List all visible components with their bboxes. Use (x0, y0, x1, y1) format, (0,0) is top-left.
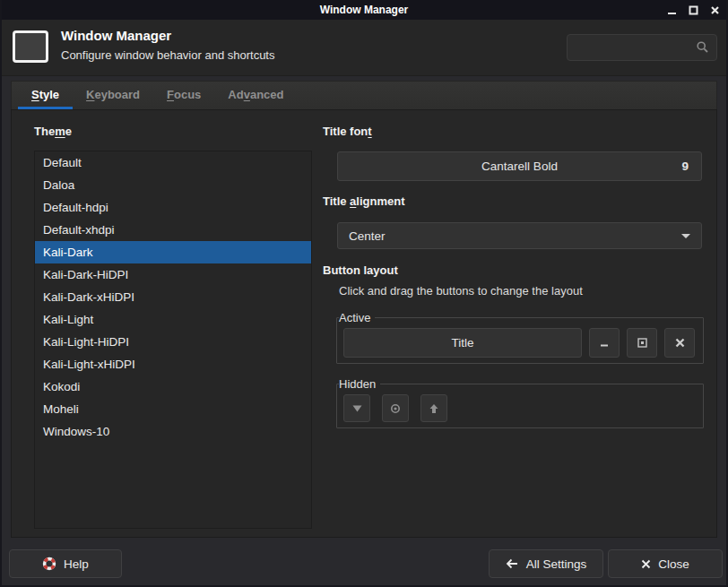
active-buttons-frame: Active Title (336, 311, 704, 364)
layout-stick-button[interactable] (382, 394, 409, 422)
title-font-button[interactable]: Cantarell Bold 9 (337, 151, 702, 181)
close-label: Close (658, 557, 689, 571)
layout-shade-button[interactable] (420, 394, 447, 422)
search-box (567, 34, 717, 61)
theme-list-item[interactable]: Kokodi (35, 376, 311, 398)
theme-list-item[interactable]: Default (35, 151, 311, 174)
theme-list-item[interactable]: Moheli (35, 398, 311, 420)
dialog-action-area: Help All Settings Close (2, 538, 726, 587)
close-button[interactable]: Close (608, 549, 723, 578)
close-x-icon (641, 559, 651, 569)
theme-list[interactable]: DefaultDaloaDefault-hdpiDefault-xhdpiKal… (34, 151, 312, 529)
title-alignment-dropdown[interactable]: Center (337, 222, 702, 249)
layout-title-label: Title (451, 336, 473, 350)
font-name: Cantarell Bold (338, 160, 701, 173)
theme-list-item[interactable]: Kali-Dark-xHiDPI (35, 286, 311, 308)
window-manager-dialog: Window Manager Window Manager Configure … (0, 0, 728, 587)
close-icon[interactable] (709, 4, 721, 16)
hidden-buttons-frame: Hidden (336, 377, 704, 428)
theme-label: Theme (34, 125, 72, 138)
tab-keyboard[interactable]: Keyboard (73, 82, 153, 109)
window-title: Window Manager (0, 0, 728, 20)
font-size: 9 (681, 160, 689, 173)
window-manager-app-icon (13, 30, 48, 63)
active-frame-label: Active (339, 311, 375, 324)
maximize-icon[interactable] (688, 4, 699, 16)
dropdown-value: Center (338, 229, 681, 243)
hidden-buttons-row (337, 391, 703, 429)
theme-list-item[interactable]: Windows-10 (35, 420, 311, 443)
minimize-icon (599, 338, 610, 349)
title-font-label: Title font (323, 125, 372, 138)
tab-style[interactable]: Style (18, 82, 73, 109)
search-input[interactable] (573, 35, 693, 60)
tab-bar: StyleKeyboardFocusAdvanced (11, 81, 717, 109)
theme-list-item[interactable]: Kali-Light-xHiDPI (35, 353, 311, 376)
theme-list-item[interactable]: Daloa (35, 174, 311, 196)
layout-minimize-button[interactable] (589, 328, 620, 358)
help-label: Help (64, 557, 89, 571)
layout-title-button[interactable]: Title (343, 328, 582, 358)
page-title: Window Manager (61, 28, 171, 43)
all-settings-label: All Settings (526, 557, 587, 571)
title-alignment-label: Title alignment (323, 194, 405, 208)
all-settings-button[interactable]: All Settings (489, 549, 603, 578)
tab-advanced[interactable]: Advanced (214, 82, 297, 109)
active-buttons-row: Title (337, 324, 703, 365)
layout-close-button[interactable] (664, 328, 695, 358)
menu-icon (351, 404, 363, 413)
minimize-icon[interactable] (666, 4, 678, 16)
dialog-header: Window Manager Configure window behavior… (0, 20, 728, 76)
layout-maximize-button[interactable] (627, 328, 657, 358)
close-icon (674, 337, 686, 349)
button-layout-label: Button layout (323, 263, 398, 277)
search-icon (696, 40, 709, 54)
theme-list-item[interactable]: Default-xhdpi (35, 219, 311, 241)
shade-up-icon (429, 403, 439, 414)
back-arrow-icon (506, 558, 519, 569)
tab-focus[interactable]: Focus (153, 82, 214, 109)
help-button[interactable]: Help (9, 549, 122, 578)
titlebar-buttons (666, 0, 721, 20)
chevron-down-icon (681, 234, 690, 238)
theme-list-item[interactable]: Kali-Dark-HiDPI (35, 263, 311, 286)
button-layout-caption: Click and drag the buttons to change the… (339, 284, 583, 298)
page-subtitle: Configure window behavior and shortcuts (61, 48, 274, 62)
maximize-icon (637, 337, 648, 349)
hidden-frame-label: Hidden (339, 377, 380, 391)
layout-menu-button[interactable] (343, 394, 370, 422)
stick-icon (390, 403, 401, 414)
theme-list-item[interactable]: Kali-Dark (35, 241, 311, 263)
theme-list-item[interactable]: Kali-Light-HiDPI (35, 331, 311, 353)
style-tab-page: Theme DefaultDaloaDefault-hdpiDefault-xh… (11, 109, 717, 538)
help-lifebuoy-icon (42, 557, 56, 571)
theme-list-item[interactable]: Kali-Light (35, 308, 311, 331)
theme-list-item[interactable]: Default-hdpi (35, 196, 311, 219)
window-titlebar: Window Manager (0, 0, 728, 20)
